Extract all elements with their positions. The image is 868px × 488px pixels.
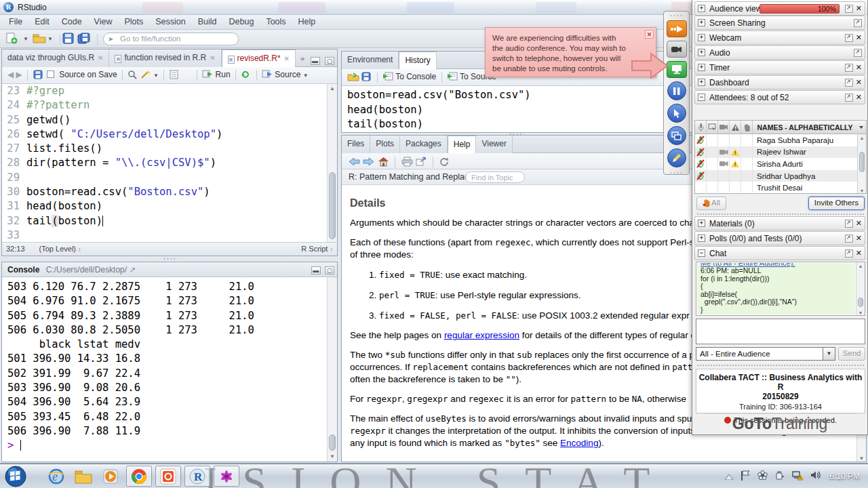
back-icon[interactable]: ◀	[7, 70, 14, 79]
attendees-scrollbar[interactable]: ▲ ▼	[857, 134, 866, 193]
section-audience-view[interactable]: + Audience view 100% ✕	[694, 1, 865, 16]
attendee-alert-cell[interactable]: !	[730, 146, 741, 159]
chat-message-input[interactable]	[696, 319, 865, 344]
rerun-icon[interactable]	[241, 70, 251, 79]
expand-icon[interactable]: +	[698, 64, 705, 71]
maximize-pane-icon[interactable]: ▢	[325, 266, 334, 274]
menu-code[interactable]: Code	[56, 15, 88, 30]
attendee-hand-cell[interactable]	[741, 146, 753, 159]
attendee-row[interactable]: Trushit Desai	[695, 182, 857, 194]
attendee-row[interactable]: Sridhar Upadhya	[695, 170, 857, 182]
attendee-row[interactable]: !Rajeev Ishwar	[695, 146, 857, 159]
expand-icon[interactable]: +	[698, 34, 705, 41]
purple-flower-app-icon[interactable]	[214, 466, 239, 487]
orange-app-icon[interactable]	[155, 466, 181, 487]
code-line[interactable]: 29	[2, 171, 327, 185]
save-icon[interactable]	[62, 33, 76, 45]
help-link[interactable]: Encoding	[560, 438, 598, 448]
open-history-icon[interactable]	[347, 72, 359, 81]
menu-file[interactable]: File	[3, 15, 28, 30]
close-icon[interactable]: ✕	[856, 5, 862, 12]
chat-scrollbar[interactable]: ▲ ▼	[856, 262, 865, 315]
expand-icon[interactable]: +	[698, 49, 705, 56]
menu-help[interactable]: Help	[292, 15, 322, 30]
help-back-icon[interactable]	[349, 155, 360, 167]
alert-column-icon[interactable]	[730, 121, 741, 134]
save-doc-icon[interactable]	[33, 70, 43, 79]
tab-files[interactable]: Files	[342, 136, 370, 153]
section-dashboard[interactable]: + Dashboard ✕	[694, 75, 865, 89]
save-all-icon[interactable]	[77, 33, 91, 45]
popout-icon[interactable]	[845, 235, 853, 243]
close-icon[interactable]: ✕	[856, 249, 862, 257]
attendee-screen-cell[interactable]	[707, 146, 718, 159]
close-tab-icon[interactable]: ✕	[210, 54, 215, 62]
attendee-screen-cell[interactable]	[707, 158, 718, 170]
media-player-icon[interactable]	[100, 467, 121, 486]
menu-build[interactable]: Build	[192, 15, 223, 30]
internet-explorer-icon[interactable]: e	[46, 467, 66, 486]
code-line[interactable]: 24#??pattern	[2, 98, 327, 113]
code-line[interactable]: 30boston=read.csv("Boston.csv")	[2, 185, 327, 199]
start-button[interactable]	[2, 465, 29, 488]
recipient-select[interactable]: All - Entire Audience	[696, 347, 823, 361]
section-attendees[interactable]: − Attendees: 8 out of 52 ✕	[694, 90, 865, 104]
console-output[interactable]: 503 6.120 76.7 2.2875 1 273 21.0504 6.97…	[2, 277, 327, 462]
attendee-screen-cell[interactable]	[707, 134, 718, 146]
chrome-icon[interactable]	[126, 466, 152, 487]
source-tab[interactable]: Rfunction revised in R.R✕	[109, 49, 221, 67]
attendee-row[interactable]: !Sirisha Adurti	[695, 158, 857, 170]
change-presenter-button[interactable]	[667, 126, 686, 145]
attendee-alert-cell[interactable]: !	[730, 158, 741, 170]
section-screen-sharing[interactable]: + Screen Sharing	[694, 16, 865, 30]
menu-edit[interactable]: Edit	[28, 15, 56, 30]
new-file-icon[interactable]	[5, 33, 19, 45]
goto-daisy-icon[interactable]	[757, 470, 768, 483]
tab-viewer[interactable]: Viewer	[476, 136, 512, 153]
code-line[interactable]: 32tail(boston)	[2, 214, 327, 228]
menu-view[interactable]: View	[88, 15, 119, 30]
menu-plots[interactable]: Plots	[118, 15, 149, 30]
close-icon[interactable]: ✕	[645, 30, 654, 39]
attendee-mic-cell[interactable]	[695, 158, 707, 170]
run-icon[interactable]	[202, 70, 213, 79]
close-icon[interactable]: ✕	[856, 34, 862, 41]
attendee-hand-cell[interactable]	[741, 170, 753, 182]
goto-file-input[interactable]: Go to file/function	[103, 33, 239, 45]
maximize-pane-icon[interactable]: ▢	[325, 57, 334, 65]
save-history-icon[interactable]	[361, 72, 372, 81]
section-timer[interactable]: + Timer ✕	[694, 60, 865, 75]
splitter-grip[interactable]	[163, 258, 178, 260]
code-tools-icon[interactable]	[140, 70, 151, 79]
close-icon[interactable]: ✕	[856, 64, 862, 71]
popout-icon[interactable]	[845, 79, 853, 87]
popout-icon[interactable]	[845, 94, 853, 102]
open-file-dropdown-icon[interactable]: ▼	[47, 36, 61, 48]
run-button[interactable]: Run	[216, 70, 231, 79]
expand-icon[interactable]: +	[698, 79, 705, 86]
attendee-hand-cell[interactable]	[741, 134, 753, 146]
code-tools-dropdown-icon[interactable]: ▼	[153, 73, 159, 79]
scroll-down-icon[interactable]: ▼	[328, 452, 337, 462]
invite-others-button[interactable]: Invite Others	[808, 197, 865, 210]
file-explorer-icon[interactable]	[73, 467, 94, 486]
find-icon[interactable]	[127, 70, 138, 79]
compile-notebook-icon[interactable]	[170, 70, 178, 79]
menu-session[interactable]: Session	[149, 15, 191, 30]
webcam-column-icon[interactable]	[718, 121, 730, 134]
attendee-webcam-cell[interactable]	[718, 158, 730, 170]
print-icon[interactable]	[401, 155, 413, 167]
clock[interactable]: 6:10 PM	[829, 472, 860, 481]
tab-help[interactable]: Help	[448, 136, 477, 153]
open-folder-link-icon[interactable]: ↗	[129, 265, 136, 274]
console-prompt[interactable]: >	[7, 439, 327, 453]
section-webcam[interactable]: + Webcam ✕	[694, 30, 865, 45]
menu-tools[interactable]: Tools	[260, 15, 292, 30]
section-chat[interactable]: − Chat ✕	[694, 246, 865, 260]
give-mouse-button[interactable]	[667, 104, 686, 123]
attendee-webcam-cell[interactable]	[718, 146, 730, 159]
attendee-screen-cell[interactable]	[707, 170, 718, 182]
refresh-icon[interactable]	[439, 155, 449, 167]
send-button[interactable]: Send	[838, 347, 865, 361]
code-line[interactable]: 26setwd( "C:/Users/dell/Desktop")	[2, 127, 327, 142]
